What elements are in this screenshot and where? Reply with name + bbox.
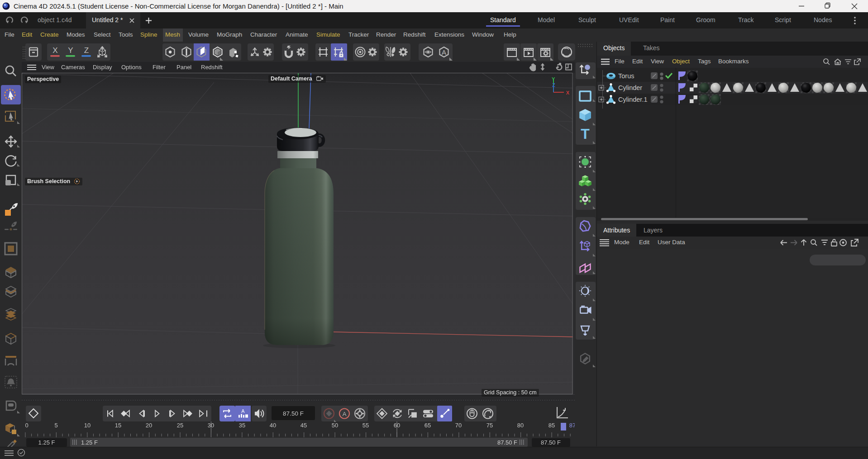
svg-text:55: 55 [362,422,369,429]
svg-text:5: 5 [54,422,57,429]
svg-text:X: X [52,46,57,55]
svg-text:10: 10 [84,422,91,429]
svg-text:Cylinder.1: Cylinder.1 [618,96,647,103]
svg-text:0: 0 [25,422,28,429]
svg-text:1.25 F: 1.25 F [38,439,55,446]
svg-text:87: 87 [569,422,575,429]
svg-text:87.50 F: 87.50 F [283,410,304,417]
svg-text:40: 40 [270,422,276,429]
svg-text:75: 75 [486,422,493,429]
svg-text:Torus: Torus [618,72,634,80]
svg-text:80: 80 [517,422,524,429]
svg-text:Z: Z [84,46,89,55]
svg-text:A: A [241,408,245,414]
svg-text:65: 65 [424,422,431,429]
svg-text:87.50 F: 87.50 F [497,439,517,446]
svg-text:70: 70 [455,422,462,429]
svg-text:87.50 F: 87.50 F [541,439,561,446]
svg-text:Y: Y [68,46,73,55]
svg-text:T: T [581,126,590,142]
svg-text:A: A [343,411,347,417]
svg-text:25: 25 [177,422,183,429]
svg-text:15: 15 [115,422,121,429]
svg-text:Cylinder: Cylinder [618,84,642,91]
svg-text:X: X [566,90,570,95]
svg-text:50: 50 [332,422,338,429]
svg-text:A: A [442,48,446,56]
svg-text:Y: Y [552,76,555,82]
svg-text:Z: Z [552,82,555,88]
svg-text:35: 35 [239,422,245,429]
svg-text:85: 85 [548,422,555,429]
svg-text:45: 45 [300,422,307,429]
svg-text:1.25 F: 1.25 F [81,439,98,446]
svg-text:20: 20 [146,422,152,429]
